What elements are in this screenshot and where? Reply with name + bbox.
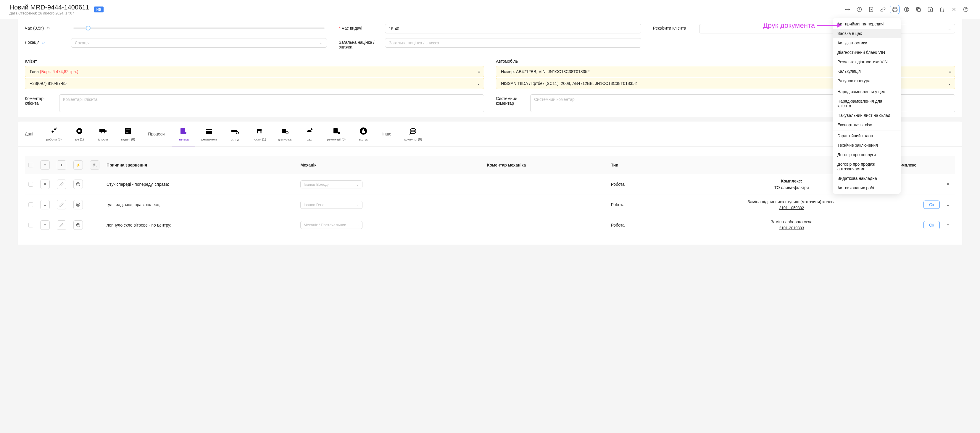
mechanic-select[interactable]: Іванов Гена⌄	[300, 201, 363, 209]
chevron-down-icon[interactable]: ⌄	[477, 81, 480, 86]
menu-icon[interactable]: ≡	[40, 220, 50, 230]
location-select[interactable]: Локація⌄	[71, 38, 327, 48]
bolt-icon[interactable]: ⚡	[73, 160, 83, 170]
client-comment-input[interactable]	[59, 94, 484, 112]
row-menu-icon[interactable]: ≡	[947, 202, 949, 207]
client-card[interactable]: Гена (Борг: 6 474,82 грн.) ≡	[25, 66, 484, 77]
table-row: ≡ Стук спереді - попереду, справа; Івано…	[25, 174, 955, 195]
tab-tasks[interactable]: задачі (0)	[115, 122, 141, 146]
wrench-icon	[48, 126, 60, 136]
dropdown-item[interactable]: Акт приймання-передачі	[833, 19, 901, 29]
dropdown-item[interactable]: Акт діагностики	[833, 38, 901, 48]
time-slider[interactable]	[71, 24, 327, 29]
ok-button[interactable]: Ок	[923, 200, 940, 209]
svg-point-34	[76, 203, 80, 206]
emoji-icon[interactable]	[73, 220, 83, 230]
people-icon[interactable]	[90, 160, 99, 170]
dropdown-item[interactable]: Діагностичний бланк VIN	[833, 48, 901, 57]
row-menu-icon[interactable]: ≡	[947, 182, 949, 187]
svg-point-28	[414, 131, 415, 131]
menu-icon[interactable]: ≡	[40, 160, 50, 170]
dropdown-item[interactable]: Результат діагностики VIN	[833, 57, 901, 67]
output-time-input[interactable]	[385, 24, 641, 33]
tab-diag[interactable]: діагно-ка	[272, 122, 298, 146]
dropdown-item[interactable]: Наряд-замовлення для клієнта	[833, 97, 901, 111]
dropdown-item[interactable]: Рахунок-фактура	[833, 76, 901, 86]
trash-icon[interactable]	[937, 5, 947, 14]
dropdown-item[interactable]: Договір про продаж автозапчастин	[833, 159, 901, 174]
dropdown-item[interactable]: Експорт н/з в .xlsx	[833, 120, 901, 130]
select-all-checkbox[interactable]	[29, 163, 33, 167]
menu-icon[interactable]: ≡	[478, 69, 480, 74]
row-checkbox[interactable]	[29, 223, 33, 227]
emoji-icon[interactable]	[73, 200, 83, 209]
mechanic-select[interactable]: Іванов Володя⌄	[300, 181, 363, 189]
svg-point-36	[78, 204, 79, 205]
dropdown-item[interactable]: Технічне заключення	[833, 141, 901, 150]
tab-posts[interactable]: пости (1)	[247, 122, 272, 146]
cell-work: Заміна лобового скла2101-2010803	[663, 215, 920, 235]
table-row: ≡ гул - зад. міст, прав. колесо; Іванов …	[25, 195, 955, 215]
refresh-icon[interactable]: ⟳	[47, 26, 50, 30]
svg-point-35	[77, 204, 78, 205]
close-icon[interactable]	[949, 5, 959, 14]
annotation-label: Друк документа	[763, 21, 841, 30]
edit-icon[interactable]	[57, 220, 66, 230]
row-checkbox[interactable]	[29, 182, 33, 187]
dropdown-item[interactable]: Наряд-замовлення у цех	[833, 87, 901, 97]
save-icon[interactable]	[926, 5, 935, 14]
dropdown-item[interactable]: Пакувальний лист на склад	[833, 111, 901, 120]
svg-rect-2	[893, 10, 896, 12]
col-mechanic: Механік	[297, 156, 484, 174]
tab-processes[interactable]: Процеси	[141, 122, 172, 146]
chevrons-icon[interactable]: ››	[42, 40, 45, 44]
dollar-icon[interactable]	[902, 5, 912, 14]
help-icon[interactable]	[961, 5, 970, 14]
dropdown-item[interactable]: Видаткова накладна	[833, 174, 901, 183]
tab-recom[interactable]: реком-ції (0)	[321, 122, 352, 146]
dropdown-item[interactable]: Гарантійний талон	[833, 131, 901, 141]
menu-icon[interactable]: ≡	[949, 69, 951, 74]
ok-button[interactable]: Ок	[923, 221, 940, 229]
tab-other[interactable]: Інше	[375, 122, 399, 146]
svg-point-33	[78, 184, 79, 184]
dropdown-item[interactable]: Договір про послуги	[833, 150, 901, 159]
tab-inspection[interactable]: огляд	[223, 122, 247, 146]
clipboard-check-icon[interactable]	[866, 5, 876, 14]
tab-data[interactable]: Дані	[18, 122, 40, 146]
link-icon[interactable]	[878, 5, 888, 14]
edit-icon[interactable]	[57, 179, 66, 189]
tab-workshop[interactable]: цех	[298, 122, 321, 146]
print-icon[interactable]	[890, 5, 899, 14]
tab-request[interactable]: заявка	[172, 122, 195, 146]
col-mech-comment: Коментар механіка	[484, 156, 608, 174]
svg-point-31	[76, 182, 80, 186]
svg-rect-20	[282, 129, 286, 133]
svg-rect-19	[257, 128, 262, 131]
client-phone-card[interactable]: +38(097) 810-87-85 ⌄	[25, 78, 484, 89]
edit-icon[interactable]	[57, 200, 66, 209]
tab-reglament[interactable]: регламент	[195, 122, 223, 146]
alert-icon[interactable]	[854, 5, 864, 14]
output-time-label: * Час видачі	[339, 24, 380, 30]
markup-input[interactable]	[385, 38, 641, 48]
emoji-icon[interactable]	[73, 179, 83, 189]
dropdown-item[interactable]: Заявка в цех	[833, 29, 901, 38]
swap-icon[interactable]	[843, 5, 852, 14]
menu-icon[interactable]: ≡	[40, 179, 50, 189]
dropdown-item[interactable]: Акт виконаних робіт	[833, 183, 901, 192]
tab-works[interactable]: роботи (8)	[40, 122, 67, 146]
row-checkbox[interactable]	[29, 202, 33, 207]
chevron-down-icon[interactable]: ⌄	[948, 81, 951, 86]
tab-comments[interactable]: комен-рі (0)	[399, 122, 428, 146]
tab-review[interactable]: відгук	[352, 122, 375, 146]
tab-history[interactable]: історія	[91, 122, 115, 146]
row-menu-icon[interactable]: ≡	[947, 223, 949, 227]
dropdown-item[interactable]: Калькуляція	[833, 67, 901, 76]
menu-icon[interactable]: ≡	[40, 200, 50, 209]
svg-point-29	[94, 163, 95, 165]
copy-icon[interactable]	[914, 5, 923, 14]
tab-parts[interactable]: з/ч (1)	[67, 122, 91, 146]
mechanic-select[interactable]: Механік / Постачальник⌄	[300, 221, 363, 229]
plus-icon[interactable]: +	[57, 160, 66, 170]
